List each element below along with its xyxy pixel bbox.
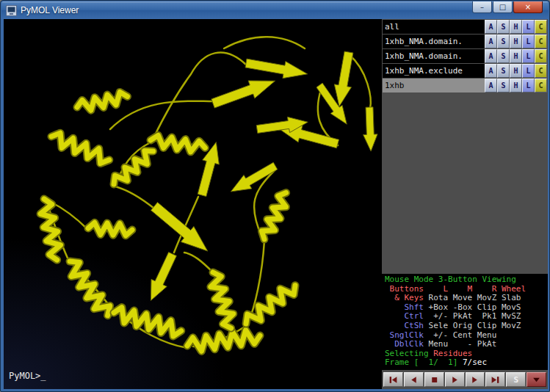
mouse-panel-text: L M R Wheel [424, 284, 526, 294]
window-content: PyMOL>_ allASHLC1xhb_NMA.domain.ASHLC1xh… [4, 19, 548, 389]
object-c-menu-button[interactable]: C [535, 35, 547, 48]
object-h-menu-button[interactable]: H [510, 35, 522, 48]
mouse-panel-text: Frame [ 1/ 1] [385, 357, 463, 367]
object-s-menu-button[interactable]: S [497, 35, 510, 48]
mouse-panel-text: Selecting [385, 349, 433, 358]
play-icon [450, 375, 460, 385]
movie-stop-button[interactable] [424, 372, 444, 387]
movie-rewind-button[interactable] [383, 372, 403, 387]
movie-movie-menu-button[interactable] [527, 372, 546, 387]
command-prompt[interactable]: PyMOL>_ [9, 371, 46, 381]
mouse-mode-panel: Mouse Mode 3-Button Viewing Buttons L M … [382, 274, 548, 370]
mouse-panel-text: Ctrl [385, 311, 424, 321]
pymol-window: PyMOL Viewer – □ × PyMOL>_ allASHLC1xhb_… [0, 0, 550, 392]
object-a-menu-button[interactable]: A [485, 49, 497, 63]
movie-step-forward-button[interactable] [466, 372, 485, 387]
object-name-all[interactable]: all [383, 20, 485, 34]
object-l-menu-button[interactable]: L [522, 49, 535, 63]
movie-scene-button[interactable]: S [506, 372, 526, 387]
mouse-panel-text: Sele Orig Clip MovZ [424, 321, 521, 330]
object-list: allASHLC1xhb_NMA.domain.ASHLC1xhb_NMA.do… [383, 20, 547, 93]
object-c-menu-button[interactable]: C [535, 20, 547, 34]
mouse-panel-text: Shft [385, 302, 424, 312]
mouse-panel-text: +/- Cent Menu [424, 330, 496, 340]
object-a-menu-button[interactable]: A [485, 35, 497, 48]
object-l-menu-button[interactable]: L [522, 79, 535, 92]
maximize-button[interactable]: □ [493, 1, 513, 13]
mouse-panel-text: +Box -Box Clip MovS [424, 302, 521, 312]
object-a-menu-button[interactable]: A [485, 64, 497, 78]
object-a-menu-button[interactable]: A [485, 79, 497, 92]
movie-controls: S [382, 370, 548, 389]
object-row: 1xhbASHLC [383, 79, 547, 92]
object-l-menu-button[interactable]: L [522, 64, 535, 78]
object-name-1xhb[interactable]: 1xhb [383, 79, 485, 92]
object-name-1xhb_NMA.exclude[interactable]: 1xhb_NMA.exclude [383, 64, 485, 78]
app-icon [6, 5, 17, 16]
object-row: allASHLC [383, 20, 547, 34]
title-bar[interactable]: PyMOL Viewer – □ × [1, 1, 549, 19]
window-controls: – □ × [472, 1, 543, 13]
back-icon [409, 375, 419, 385]
object-l-menu-button[interactable]: L [522, 20, 535, 34]
mouse-panel-text: 7/sec [463, 357, 487, 367]
3d-viewport[interactable]: PyMOL>_ [4, 19, 382, 389]
skip-forward-icon [491, 375, 500, 385]
close-button[interactable]: × [513, 1, 543, 13]
object-row: 1xhb_NMA.domain.ASHLC [383, 49, 547, 63]
mouse-panel-text: & Keys [385, 293, 424, 302]
object-s-menu-button[interactable]: S [497, 64, 510, 78]
mouse-panel-text: +/- PkAt Pk1 MvSZ [424, 311, 521, 321]
object-s-menu-button[interactable]: S [497, 79, 510, 92]
object-c-menu-button[interactable]: C [535, 79, 547, 92]
mouse-panel-text: Mouse Mode 3-Button Viewing [385, 275, 516, 284]
down-icon [532, 375, 541, 385]
object-h-menu-button[interactable]: H [510, 64, 522, 78]
mouse-panel-text: Residues [433, 349, 472, 358]
object-h-menu-button[interactable]: H [510, 20, 522, 34]
control-panel: allASHLC1xhb_NMA.domain.ASHLC1xhb_NMA.do… [382, 19, 548, 389]
object-l-menu-button[interactable]: L [522, 35, 535, 48]
movie-play-button[interactable] [445, 372, 465, 387]
object-s-menu-button[interactable]: S [497, 20, 510, 34]
mouse-panel-text: CtSh [385, 321, 424, 330]
mouse-panel-text: Menu - PkAt [424, 339, 496, 349]
minimize-button[interactable]: – [472, 1, 492, 13]
window-title: PyMOL Viewer [21, 5, 79, 15]
movie-fast-forward-button[interactable] [485, 372, 505, 387]
mouse-panel-text: DblClk [385, 339, 424, 349]
mouse-panel-text: SnglClk [385, 330, 424, 340]
object-name-1xhb_NMA.domain.[interactable]: 1xhb_NMA.domain. [383, 49, 485, 63]
object-h-menu-button[interactable]: H [510, 49, 522, 63]
object-row: 1xhb_NMA.domain.ASHLC [383, 35, 547, 48]
object-c-menu-button[interactable]: C [535, 64, 547, 78]
object-s-menu-button[interactable]: S [497, 49, 510, 63]
skip-back-icon [388, 375, 398, 385]
object-a-menu-button[interactable]: A [485, 20, 497, 34]
object-h-menu-button[interactable]: H [510, 79, 522, 92]
mouse-panel-text: Buttons [385, 284, 424, 294]
object-row: 1xhb_NMA.excludeASHLC [383, 64, 547, 78]
mouse-panel-line-9: Frame [ 1/ 1] 7/sec [385, 358, 545, 368]
mouse-panel-text: Rota Move MovZ Slab [424, 293, 521, 302]
object-c-menu-button[interactable]: C [535, 49, 547, 63]
forward-icon [470, 375, 480, 385]
object-name-1xhb_NMA.domain.[interactable]: 1xhb_NMA.domain. [383, 35, 485, 48]
protein-structure [4, 19, 382, 389]
movie-step-back-button[interactable] [404, 372, 424, 387]
stop-icon [430, 375, 439, 385]
